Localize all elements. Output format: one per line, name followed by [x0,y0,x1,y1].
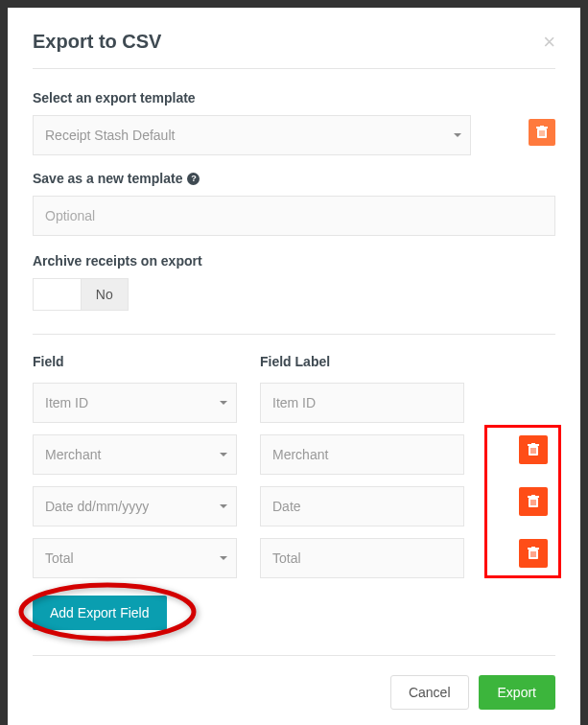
field-column-header: Field [33,354,260,369]
svg-rect-15 [531,500,532,505]
field-row: Total [33,538,555,578]
svg-rect-22 [533,551,534,557]
help-icon[interactable]: ? [187,173,200,185]
svg-rect-9 [531,448,532,454]
field-select[interactable]: Merchant [33,434,237,475]
archive-label: Archive receipts on export [33,253,555,269]
trash-icon [528,547,539,560]
delete-template-button[interactable] [529,119,555,146]
select-template-row: Select an export template Receipt Stash … [33,90,555,155]
field-label-input[interactable] [260,538,464,578]
archive-section: Archive receipts on export No [33,253,555,335]
field-row: Date dd/mm/yyyy [33,486,555,526]
field-label-input[interactable] [260,383,464,423]
save-template-label: Save as a new template ? [33,171,555,186]
select-template-label: Select an export template [33,90,471,105]
template-select[interactable]: Receipt Stash Default [33,115,471,155]
svg-rect-23 [535,551,536,557]
toggle-no[interactable]: No [82,278,129,311]
trash-icon [528,495,539,508]
save-template-section: Save as a new template ? [33,171,555,236]
field-rows: Item ID Merchant Date [33,383,555,578]
field-row: Merchant [33,434,555,475]
cancel-button[interactable]: Cancel [390,675,469,710]
save-template-input[interactable] [33,196,555,236]
close-icon[interactable]: × [543,32,555,53]
field-select[interactable]: Total [33,538,237,578]
field-row: Item ID [33,383,555,423]
svg-rect-11 [535,448,536,454]
delete-field-button[interactable] [519,435,548,464]
fields-header: Field Field Label [33,354,555,369]
delete-field-button[interactable] [519,487,548,516]
add-export-field-button[interactable]: Add Export Field [33,596,167,630]
svg-rect-17 [535,500,536,505]
modal-title: Export to CSV [33,31,161,53]
modal-footer: Cancel Export [33,675,555,710]
svg-rect-14 [531,495,535,497]
field-label-input[interactable] [260,486,464,526]
field-label-column-header: Field Label [260,354,330,369]
svg-rect-16 [533,500,534,505]
svg-rect-2 [540,126,544,128]
svg-rect-20 [531,547,535,549]
trash-icon [528,443,539,456]
modal-header: Export to CSV × [33,31,555,69]
field-select[interactable]: Date dd/mm/yyyy [33,486,237,526]
export-button[interactable]: Export [479,675,555,710]
trash-icon [536,126,548,139]
svg-rect-5 [544,130,545,136]
svg-rect-8 [531,443,535,445]
svg-rect-10 [533,448,534,454]
field-label-input[interactable] [260,434,464,475]
add-field-section: Add Export Field [33,596,555,656]
svg-rect-3 [540,130,541,136]
delete-buttons-column [519,435,548,568]
svg-rect-4 [542,130,543,136]
field-select[interactable]: Item ID [33,383,237,423]
delete-field-button[interactable] [519,539,548,568]
export-csv-modal: Export to CSV × Select an export templat… [8,8,580,725]
archive-toggle[interactable]: No [33,278,129,311]
toggle-yes[interactable] [33,278,82,311]
svg-rect-21 [531,551,532,557]
